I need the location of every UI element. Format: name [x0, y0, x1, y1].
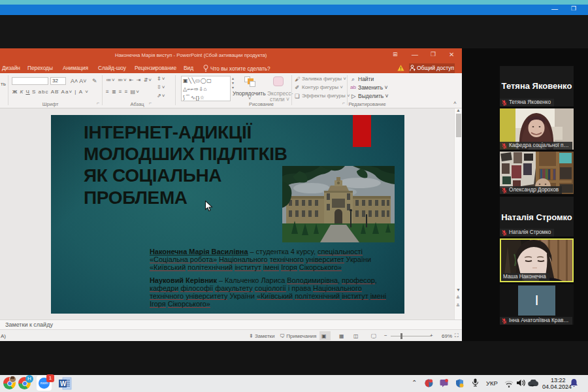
- svg-text:W: W: [60, 380, 67, 387]
